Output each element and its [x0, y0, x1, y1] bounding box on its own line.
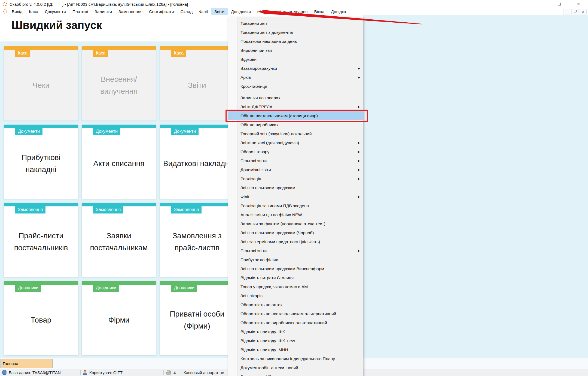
tile-zam-zaiavky[interactable]: ЗамовленняЗаявки постачальникам [82, 203, 156, 277]
dropdown-item[interactable]: Товарний звіт (закупівля) локальний [228, 129, 363, 138]
tile-label: Приватні особи (Фірми) [160, 285, 234, 355]
dropdown-item[interactable]: Звіти по касі (для завідувачів)▶ [228, 138, 363, 147]
menu-item-ehealth[interactable]: eHealth [254, 8, 275, 15]
dropdown-item[interactable]: Філії▶ [228, 192, 363, 201]
status-database-segment: База даних: TASA3@TITAN [0, 369, 80, 376]
dropdown-item[interactable]: Відомість приходу_ШК [228, 327, 363, 336]
tile-label: Чеки [4, 50, 78, 121]
dropdown-item[interactable]: Допоміжні звіти▶ [228, 165, 363, 174]
menu-item-dovidnyky[interactable]: Довідники [228, 8, 254, 15]
tile-dov-pryvatni[interactable]: ДовідникиПриватні особи (Фірми) [160, 281, 234, 355]
menu-item-sertyfikaty[interactable]: Сертифікати [146, 8, 177, 15]
tile-dok-prybutkovi[interactable]: ДокументиПрибуткові накладні [4, 125, 78, 199]
tile-color-band [82, 125, 156, 128]
dropdown-item[interactable]: Залишки за фактом (поодинока атека тест) [228, 219, 363, 228]
dropdown-item-label: Звіт лікарів [240, 293, 263, 298]
dropdown-item[interactable]: Товарний звіт [228, 19, 363, 28]
dropdown-item[interactable]: Звіт лікарів [228, 291, 363, 300]
restore-icon[interactable] [550, 0, 569, 8]
dropdown-item[interactable]: Пільгові звіти▶ [228, 246, 363, 255]
tile-dok-vydatkovi[interactable]: ДокументиВидаткові накладні [160, 125, 234, 199]
dropdown-item-label: Допоміжні звіти [240, 167, 271, 172]
dropdown-item[interactable]: Звіти ДЖЕРЕЛА▶ [228, 102, 363, 111]
dropdown-item[interactable]: Звіт по пільговим продажам (Чорноб) [228, 228, 363, 237]
dropdown-item-label: Пільгові звіти [240, 248, 267, 253]
tile-zam-prais-lysty[interactable]: ЗамовленняПрайс-листи постачальників [4, 203, 78, 277]
dropdown-item[interactable]: Прибуток по філіях [228, 255, 363, 264]
dropdown-item-label: Архів [240, 75, 251, 80]
menu-item-vykhid[interactable]: Вихід [8, 8, 26, 15]
dropdown-item[interactable]: Оборотність по виробниках альтернативний [228, 318, 363, 327]
tile-dok-akty[interactable]: ДокументиАкти списання [82, 125, 156, 199]
submenu-arrow-icon: ▶ [358, 177, 360, 180]
tile-color-band [82, 46, 156, 50]
dropdown-item[interactable]: Документообіг_аптеки_новий [228, 363, 363, 372]
dropdown-item[interactable]: Товар у продаж, якого немає в АМ [228, 282, 363, 291]
tile-kasa-zvity[interactable]: КасаЗвіти [160, 46, 234, 121]
menu-item-kasa[interactable]: Каса [26, 8, 41, 15]
dropdown-item[interactable]: Реєстр парафій за аптек [228, 372, 363, 376]
dropdown-item[interactable]: Відомість приходу_ШК_new [228, 336, 363, 345]
dropdown-item[interactable]: Оборотність по постачальникам альтернати… [228, 309, 363, 318]
menu-item-zamovlennia[interactable]: Замовлення [115, 8, 146, 15]
dropdown-item[interactable]: Контроль за виконанням Індивідуального П… [228, 354, 363, 363]
mdi-restore-icon[interactable] [571, 9, 578, 14]
submenu-arrow-icon: ▶ [358, 159, 360, 162]
menu-item-zvity[interactable]: Звіти [211, 8, 228, 15]
dropdown-item[interactable]: Оборот товару▶ [228, 147, 363, 156]
status-message-text: Кассовый аппарат не [184, 370, 224, 375]
dropdown-item[interactable]: Крос-таблиця [228, 82, 363, 91]
dropdown-item[interactable]: Виробничий звіт [228, 46, 363, 55]
mdi-window-controls: – ✕ [563, 9, 587, 14]
dropdown-item[interactable]: Відмови [228, 55, 363, 64]
dropdown-item[interactable]: Пільгові звіти▶ [228, 156, 363, 165]
tile-dov-tovar[interactable]: ДовідникиТовар [4, 281, 78, 355]
dropdown-item[interactable]: Звіт по пільговим продажам Винспецфарм [228, 264, 363, 273]
dropdown-item[interactable]: Податкова накладна за день [228, 37, 363, 46]
menu-item-dovidka[interactable]: Довідка [328, 8, 349, 15]
status-database-text: База даних: TASA3@TITAN [9, 370, 61, 375]
dropdown-item[interactable]: Аналіз зміни цін по філіях NEW [228, 210, 363, 219]
tab-holovna[interactable]: Головна [1, 359, 53, 368]
window-controls: — ✕ [531, 0, 588, 8]
dropdown-item-label: Відомість приходу_МНН [240, 347, 288, 352]
minimize-icon[interactable]: — [531, 0, 550, 8]
mdi-minimize-icon[interactable]: – [563, 9, 570, 14]
menu-item-vikna[interactable]: Вікна [311, 8, 328, 15]
dropdown-item-label: Реалізація [240, 176, 261, 181]
dropdown-item[interactable]: Відомість витрати Столиця [228, 273, 363, 282]
dropdown-item[interactable]: Взаєморозрахунки▶ [228, 64, 363, 73]
menu-item-zalyshky[interactable]: Залишки [91, 8, 115, 15]
tile-kasa-cheky[interactable]: КасаЧеки [4, 46, 78, 121]
tile-label: Прибуткові накладні [4, 128, 78, 199]
menu-item-platezhi[interactable]: Платежі [69, 8, 92, 15]
dropdown-item[interactable]: Архів▶ [228, 73, 363, 82]
tile-dov-firmy[interactable]: ДовідникиФірми [82, 281, 156, 355]
dropdown-item[interactable]: Відомість приходу_МНН [228, 345, 363, 354]
tile-zam-zamovlennia[interactable]: ЗамовленняЗамовлення з прайс-листів [160, 203, 234, 277]
tile-kasa-vnesennia[interactable]: КасаВнесення/вилучення [82, 46, 156, 121]
dropdown-item[interactable]: Обіг по постачальникам (столиця випр) [228, 111, 363, 120]
mdi-close-icon[interactable]: ✕ [580, 9, 587, 14]
dropdown-item[interactable]: Оборотність по аптек [228, 300, 363, 309]
close-icon[interactable]: ✕ [569, 0, 588, 8]
dropdown-item-label: Товарний звіт з документів [240, 30, 293, 35]
dropdown-item-label: Звіт за термінами придатності (кількість… [240, 239, 320, 244]
menu-item-dokumenty[interactable]: Документи [41, 8, 69, 15]
dropdown-item-label: Товарний звіт (закупівля) локальний [240, 131, 312, 136]
window-title: Скарб pro v. 4.0.0.2 [ІД: ] - [Апт №003 … [10, 2, 188, 7]
tile-label: Акти списання [82, 128, 156, 199]
dropdown-item[interactable]: Звіт за термінами придатності (кількість… [228, 237, 363, 246]
dropdown-item[interactable]: Реалізація за типами ПДВ зведена [228, 201, 363, 210]
mdi-restore-glyph [574, 11, 576, 13]
dropdown-item[interactable]: Обіг по виробниках [228, 120, 363, 129]
dropdown-item-label: Прибуток по філіях [240, 257, 278, 262]
dropdown-item[interactable]: Товарний звіт з документів [228, 28, 363, 37]
dropdown-item[interactable]: Реалізація▶ [228, 174, 363, 183]
dropdown-item[interactable]: Звіт по пільговим продажам [228, 183, 363, 192]
menu-item-filii[interactable]: Філії [196, 8, 211, 15]
status-register-count: 4 [173, 370, 176, 375]
menu-item-nalashtuvannia[interactable]: Налаштування [275, 8, 311, 15]
menu-item-sklad[interactable]: Склад [177, 8, 196, 15]
dropdown-item[interactable]: Залишки по товарах [228, 93, 363, 102]
